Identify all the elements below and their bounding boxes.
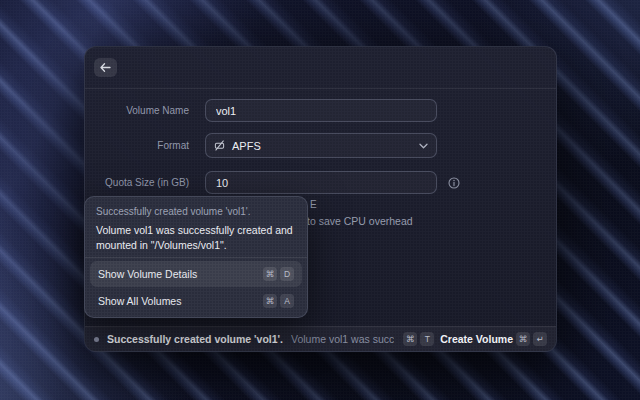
arrow-left-icon <box>100 63 111 72</box>
create-volume-button[interactable]: Create Volume ⌘ ↵ <box>440 332 547 346</box>
toast-title: Successfully created volume 'vol1'. <box>107 333 283 345</box>
quota-size-label: Quota Size (in GB) <box>85 177 189 188</box>
obscured-text-fragment-1: E <box>310 199 317 210</box>
popup-title: Successfully created volume 'vol1'. <box>96 206 296 217</box>
t-key-badge: T <box>420 332 434 346</box>
toast-status[interactable]: Successfully created volume 'vol1'. Volu… <box>107 332 434 346</box>
quota-size-row: Quota Size (in GB) <box>85 171 556 194</box>
return-key-badge: ↵ <box>533 332 547 346</box>
quota-size-input[interactable] <box>205 171 437 194</box>
obscured-text-fragment-2: to save CPU overhead <box>307 215 413 227</box>
action-bar: Successfully created volume 'vol1'. Volu… <box>85 326 556 351</box>
info-circle-icon[interactable] <box>448 177 460 189</box>
volume-name-input[interactable] <box>205 99 437 122</box>
format-select[interactable]: APFS <box>205 133 437 158</box>
status-dot-icon <box>94 337 99 342</box>
a-key-badge: A <box>280 294 294 308</box>
format-selected-value: APFS <box>232 140 419 152</box>
command-key-badge: ⌘ <box>263 294 277 308</box>
toast-actions-popup: Successfully created volume 'vol1'. Volu… <box>84 196 308 318</box>
create-volume-label: Create Volume <box>440 333 513 345</box>
format-label: Format <box>85 140 189 151</box>
back-button[interactable] <box>94 58 117 77</box>
command-key-badge: ⌘ <box>263 267 277 281</box>
toast-detail: Volume vol1 was successfully creat... <box>291 333 394 345</box>
d-key-badge: D <box>280 267 294 281</box>
window-header <box>85 47 556 89</box>
menu-item-show-all-volumes[interactable]: Show All Volumes ⌘ A <box>90 288 302 314</box>
menu-item-show-volume-details[interactable]: Show Volume Details ⌘ D <box>90 261 302 287</box>
command-key-badge: ⌘ <box>403 332 417 346</box>
command-key-badge: ⌘ <box>516 332 530 346</box>
popup-message: Volume vol1 was successfully created and… <box>96 223 296 253</box>
popup-divider <box>85 257 307 258</box>
volume-name-row: Volume Name <box>85 99 556 122</box>
chevron-down-icon <box>419 143 428 149</box>
volume-name-label: Volume Name <box>85 105 189 116</box>
drive-slash-icon <box>214 140 225 151</box>
format-row: Format APFS <box>85 133 556 158</box>
